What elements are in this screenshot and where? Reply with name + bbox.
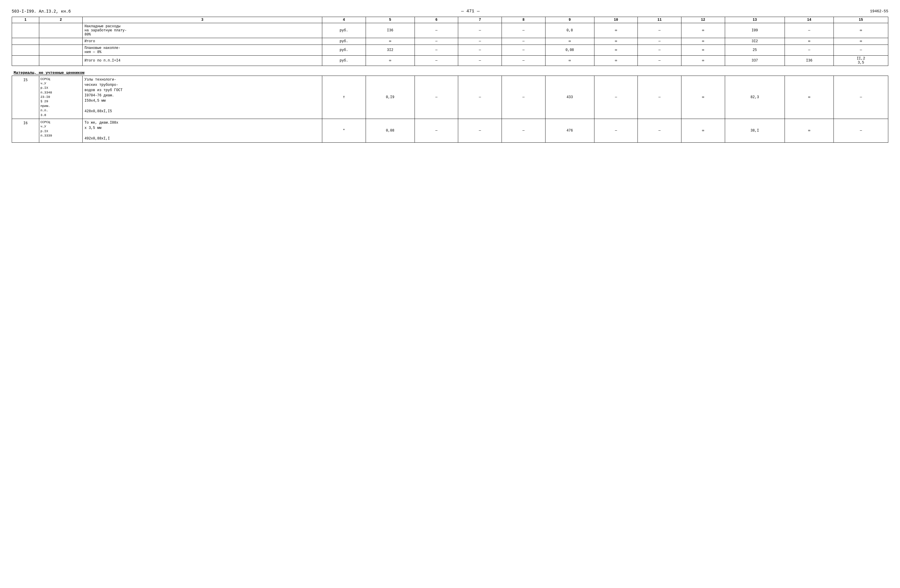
- col14-cell: ∞: [785, 76, 833, 119]
- section-header-row: Материалы, не учтенные ценником: [12, 68, 888, 76]
- col1-cell: [12, 56, 39, 66]
- col14-cell: ∞: [785, 119, 833, 143]
- col-header-3: 3: [82, 17, 322, 23]
- col-header-5: 5: [366, 17, 414, 23]
- col2-cell: [39, 56, 82, 66]
- col-header-8: 8: [501, 17, 545, 23]
- col7-cell: —: [458, 119, 502, 143]
- header-center: — 471 —: [461, 9, 479, 14]
- col11-cell: —: [638, 38, 681, 45]
- main-table: 1 2 3 4 5 6 7 8 9 10 11 12 13 14 15 Накл…: [12, 17, 888, 143]
- col12-cell: ∞: [681, 56, 725, 66]
- col3-cell: Накладные расходына заработную плату-80%: [82, 23, 322, 38]
- col5-cell: ∞: [366, 38, 414, 45]
- col8-cell: —: [501, 38, 545, 45]
- col7-cell: —: [458, 56, 502, 66]
- col10-cell: —: [594, 76, 638, 119]
- col3-cell: Узлы технологи-ческих трубопро-водов из …: [82, 76, 322, 119]
- col-header-13: 13: [725, 17, 785, 23]
- col10-cell: ∞: [594, 45, 638, 56]
- col10-cell: —: [594, 119, 638, 143]
- header-right: 19462-55: [870, 9, 888, 14]
- col6-cell: —: [414, 45, 458, 56]
- table-row-detail: I6 ССРСЦч.Ур.IXп.3339 То же, диам.I08хх …: [12, 119, 888, 143]
- col1-cell: [12, 23, 39, 38]
- col-header-7: 7: [458, 17, 502, 23]
- col13-cell: 82,3: [725, 76, 785, 119]
- col11-cell: —: [638, 76, 681, 119]
- col7-cell: —: [458, 23, 502, 38]
- col13-cell: 38,I: [725, 119, 785, 143]
- col12-cell: ∞: [681, 38, 725, 45]
- table-row: Накладные расходына заработную плату-80%…: [12, 23, 888, 38]
- table-row: Плановые накопле-ния — 8% руб. 3I2 — — —…: [12, 45, 888, 56]
- col4-cell: руб.: [322, 38, 366, 45]
- table-row: Итого по п.п.I+I4 руб. ∞ — — — ∞ ∞ — ∞ 3…: [12, 56, 888, 66]
- col8-cell: —: [501, 23, 545, 38]
- section-header: Материалы, не учтенные ценником: [12, 68, 888, 76]
- col9-cell: 0,8: [545, 23, 594, 38]
- col15-cell: ∞: [834, 23, 888, 38]
- col-header-14: 14: [785, 17, 833, 23]
- col7-cell: —: [458, 76, 502, 119]
- col8-cell: —: [501, 76, 545, 119]
- col5-cell: 3I2: [366, 45, 414, 56]
- page-header: 503-I-I99. Ал.I3.2, кн.6 — 471 — 19462-5…: [12, 9, 888, 14]
- col3-cell: То же, диам.I08хх 3,5 мм492х0,88хI,I: [82, 119, 322, 143]
- col8-cell: —: [501, 119, 545, 143]
- col3-cell: Плановые накопле-ния — 8%: [82, 45, 322, 56]
- col10-cell: ∞: [594, 38, 638, 45]
- col5-cell: ∞: [366, 56, 414, 66]
- col2-cell: [39, 38, 82, 45]
- col12-cell: ∞: [681, 76, 725, 119]
- col3-cell: Итого по п.п.I+I4: [82, 56, 322, 66]
- col13-cell: I09: [725, 23, 785, 38]
- col12-cell: ∞: [681, 119, 725, 143]
- col3-cell: Итого: [82, 38, 322, 45]
- col12-cell: ∞: [681, 45, 725, 56]
- col15-cell: ∞: [834, 38, 888, 45]
- col13-cell: 337: [725, 56, 785, 66]
- col13-cell: 25: [725, 45, 785, 56]
- col5-cell: 0,08: [366, 119, 414, 143]
- col7-cell: —: [458, 45, 502, 56]
- col2-cell: [39, 45, 82, 56]
- col15-cell: —: [834, 76, 888, 119]
- col13-cell: 3I2: [725, 38, 785, 45]
- col11-cell: —: [638, 56, 681, 66]
- col-header-15: 15: [834, 17, 888, 23]
- col-header-4: 4: [322, 17, 366, 23]
- col10-cell: ∞: [594, 56, 638, 66]
- col6-cell: —: [414, 38, 458, 45]
- table-row-detail: I5 ССРСЦч.Ур.IXп.334823-I0§ 29прим.п.п.3…: [12, 76, 888, 119]
- col15-cell: II,23,5: [834, 56, 888, 66]
- col14-cell: ∞: [785, 38, 833, 45]
- col9-cell: 433: [545, 76, 594, 119]
- col14-cell: I36: [785, 56, 833, 66]
- col5-cell: I36: [366, 23, 414, 38]
- col-header-10: 10: [594, 17, 638, 23]
- col1-cell: I5: [12, 76, 39, 119]
- col14-cell: —: [785, 23, 833, 38]
- col14-cell: —: [785, 45, 833, 56]
- col-header-11: 11: [638, 17, 681, 23]
- col-header-9: 9: [545, 17, 594, 23]
- col8-cell: —: [501, 45, 545, 56]
- table-row: Итого руб. ∞ — — — ∞ ∞ — ∞ 3I2 ∞ ∞: [12, 38, 888, 45]
- col10-cell: ∞: [594, 23, 638, 38]
- col9-cell: ∞: [545, 56, 594, 66]
- col7-cell: —: [458, 38, 502, 45]
- col1-cell: [12, 38, 39, 45]
- header-left: 503-I-I99. Ал.I3.2, кн.6: [12, 9, 71, 14]
- col11-cell: —: [638, 45, 681, 56]
- col-header-1: 1: [12, 17, 39, 23]
- col9-cell: 0,08: [545, 45, 594, 56]
- col4-cell: т: [322, 76, 366, 119]
- col4-cell: руб.: [322, 45, 366, 56]
- col6-cell: —: [414, 119, 458, 143]
- col-header-2: 2: [39, 17, 82, 23]
- col9-cell: 476: [545, 119, 594, 143]
- col4-cell: ": [322, 119, 366, 143]
- col1-cell: [12, 45, 39, 56]
- col-header-6: 6: [414, 17, 458, 23]
